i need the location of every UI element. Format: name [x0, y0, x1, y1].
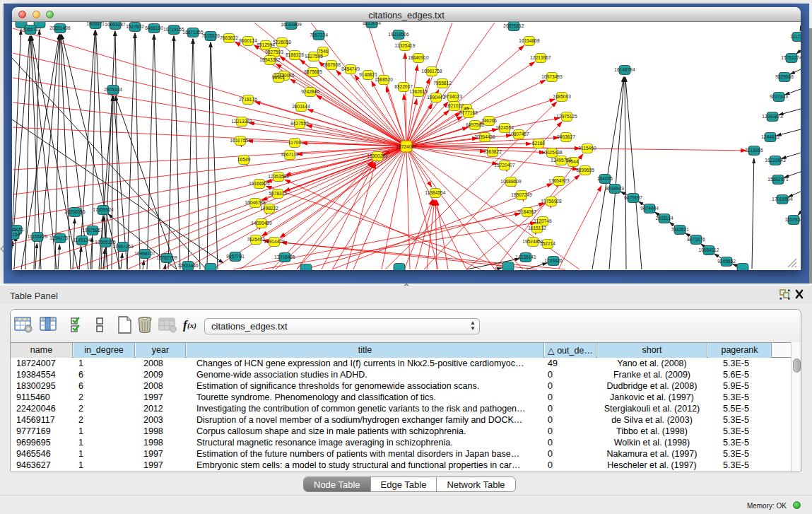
svg-text:7544: 7544 — [568, 159, 579, 164]
svg-text:39154: 39154 — [12, 232, 20, 237]
svg-text:1527602: 1527602 — [126, 24, 144, 29]
svg-text:11325419: 11325419 — [395, 43, 416, 48]
svg-text:16046788: 16046788 — [245, 200, 266, 205]
svg-text:14136141: 14136141 — [515, 255, 536, 259]
svg-text:19975867: 19975867 — [82, 228, 103, 233]
svg-text:5878312: 5878312 — [269, 191, 287, 196]
svg-text:9827503: 9827503 — [265, 49, 283, 54]
svg-text:10958107: 10958107 — [134, 251, 155, 256]
svg-text:1733426: 1733426 — [544, 258, 563, 263]
svg-text:98901: 98901 — [272, 75, 286, 80]
svg-text:8454749: 8454749 — [341, 66, 360, 71]
svg-text:9227343: 9227343 — [770, 94, 788, 99]
svg-text:9777169: 9777169 — [459, 110, 478, 115]
svg-text:20691406: 20691406 — [49, 25, 71, 30]
svg-text:16210643: 16210643 — [765, 158, 786, 163]
svg-text:1362615: 1362615 — [409, 89, 428, 94]
svg-text:16782759: 16782759 — [156, 255, 177, 260]
svg-text:6466160: 6466160 — [145, 25, 163, 30]
svg-text:2803144: 2803144 — [292, 104, 310, 109]
svg-text:17016504: 17016504 — [772, 197, 793, 201]
svg-text:16671355: 16671355 — [182, 30, 204, 35]
svg-text:12213383: 12213383 — [231, 119, 252, 124]
svg-text:12353594: 12353594 — [268, 174, 289, 179]
svg-text:9184067: 9184067 — [518, 209, 536, 214]
svg-text:18640910: 18640910 — [408, 55, 429, 60]
svg-text:8471676: 8471676 — [687, 237, 705, 242]
svg-text:20876812: 20876812 — [503, 23, 524, 28]
svg-text:2935114: 2935114 — [655, 216, 673, 221]
svg-text:1990443: 1990443 — [427, 95, 445, 100]
svg-text:20364436: 20364436 — [474, 134, 495, 139]
svg-text:6497568: 6497568 — [466, 122, 484, 127]
svg-text:8938923: 8938923 — [606, 186, 624, 191]
svg-text:985051: 985051 — [12, 227, 24, 232]
svg-text:9245652: 9245652 — [717, 259, 736, 264]
svg-text:15720407: 15720407 — [494, 163, 515, 168]
svg-text:19166825: 19166825 — [249, 181, 270, 186]
svg-text:152214: 152214 — [540, 241, 555, 246]
svg-text:12923446: 12923446 — [177, 263, 199, 268]
svg-text:9327505: 9327505 — [305, 54, 323, 59]
svg-text:746266: 746266 — [481, 118, 497, 123]
svg-text:8660124: 8660124 — [239, 38, 257, 43]
svg-text:10688609: 10688609 — [500, 179, 522, 184]
svg-text:1588520: 1588520 — [375, 77, 393, 82]
svg-text:2867608: 2867608 — [322, 62, 341, 67]
svg-text:7955812: 7955812 — [433, 81, 452, 86]
svg-text:16107554: 16107554 — [230, 138, 251, 143]
svg-text:8875685: 8875685 — [304, 69, 322, 74]
svg-text:9115460: 9115460 — [578, 146, 596, 151]
svg-text:9734023: 9734023 — [444, 94, 462, 99]
svg-text:16914479: 16914479 — [264, 239, 285, 244]
svg-text:11384554: 11384554 — [425, 190, 446, 195]
svg-text:10719155: 10719155 — [163, 27, 184, 32]
svg-text:1498222: 1498222 — [260, 206, 278, 211]
svg-text:16033809: 16033809 — [281, 22, 302, 27]
svg-text:2905334: 2905334 — [104, 87, 122, 92]
svg-text:10973493: 10973493 — [541, 74, 563, 79]
svg-text:10807487: 10807487 — [508, 132, 529, 136]
svg-text:15751074: 15751074 — [781, 55, 801, 60]
svg-text:13654923: 13654923 — [548, 178, 570, 183]
svg-text:9329966: 9329966 — [775, 74, 794, 79]
svg-text:7632621: 7632621 — [671, 227, 689, 232]
svg-text:16961758: 16961758 — [421, 69, 442, 74]
svg-text:18907249: 18907249 — [511, 192, 532, 197]
svg-text:1615132: 1615132 — [528, 226, 546, 230]
svg-text:15692971: 15692971 — [767, 177, 789, 182]
svg-text:18724007: 18724007 — [396, 144, 417, 149]
svg-text:7546: 7546 — [318, 49, 329, 54]
svg-text:14055712: 14055712 — [20, 27, 41, 32]
svg-text:(x): (x) — [187, 321, 196, 330]
svg-text:9463627: 9463627 — [557, 134, 575, 139]
svg-text:8813054: 8813054 — [363, 22, 381, 25]
svg-text:16154808: 16154808 — [519, 38, 540, 43]
svg-text:1120746: 1120746 — [534, 218, 552, 223]
svg-text:16543382: 16543382 — [259, 57, 281, 62]
svg-text:2363822: 2363822 — [483, 149, 502, 154]
svg-text:1624554: 1624554 — [495, 125, 514, 130]
svg-text:8322037: 8322037 — [394, 84, 413, 89]
svg-text:8186328: 8186328 — [286, 52, 304, 57]
svg-text:2718176: 2718176 — [239, 97, 257, 102]
svg-text:16549: 16549 — [237, 157, 251, 162]
svg-text:9146821: 9146821 — [359, 72, 377, 77]
svg-text:7857224: 7857224 — [310, 33, 328, 37]
svg-text:12213967: 12213967 — [530, 55, 551, 60]
svg-text:1167534: 1167534 — [784, 217, 801, 222]
svg-text:17359924: 17359924 — [93, 207, 114, 212]
svg-text:9242845: 9242845 — [301, 89, 319, 94]
svg-text:17957253: 17957253 — [112, 244, 134, 249]
svg-text:6479197: 6479197 — [624, 195, 642, 200]
svg-text:1621022: 1621022 — [445, 103, 464, 108]
svg-text:11156829: 11156829 — [28, 234, 48, 239]
svg-text:5226058: 5226058 — [273, 40, 291, 45]
svg-text:9657791: 9657791 — [226, 254, 245, 259]
svg-text:12975125: 12975125 — [556, 114, 577, 119]
svg-text:10654112: 10654112 — [699, 247, 719, 252]
svg-text:3215955: 3215955 — [745, 148, 763, 153]
svg-text:9474444: 9474444 — [640, 206, 659, 211]
svg-text:3267110: 3267110 — [281, 152, 299, 157]
svg-text:6899695: 6899695 — [576, 168, 594, 173]
